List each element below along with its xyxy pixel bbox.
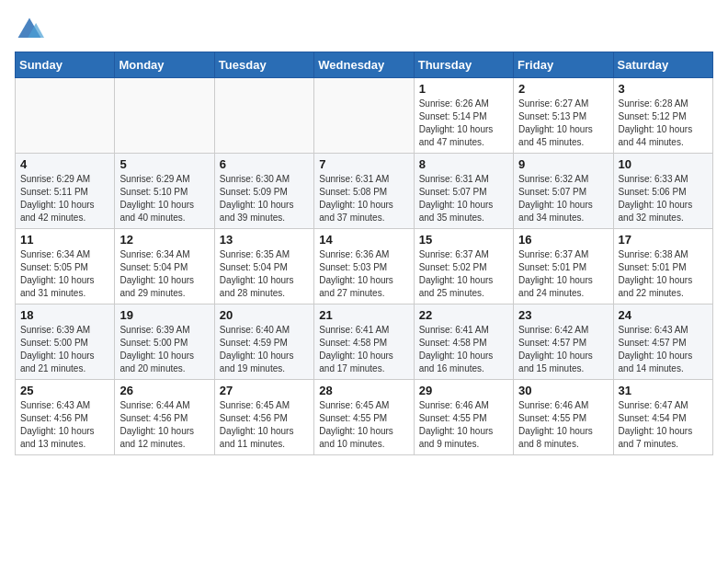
calendar-cell (314, 78, 414, 154)
day-number: 22 (419, 308, 508, 322)
calendar-cell: 12Sunrise: 6:34 AM Sunset: 5:04 PM Dayli… (115, 229, 214, 304)
day-info: Sunrise: 6:43 AM Sunset: 4:56 PM Dayligh… (20, 399, 109, 451)
day-info: Sunrise: 6:38 AM Sunset: 5:01 PM Dayligh… (619, 248, 708, 300)
calendar-cell: 13Sunrise: 6:35 AM Sunset: 5:04 PM Dayli… (214, 229, 313, 304)
day-info: Sunrise: 6:45 AM Sunset: 4:55 PM Dayligh… (319, 399, 408, 451)
day-info: Sunrise: 6:43 AM Sunset: 4:57 PM Dayligh… (619, 324, 708, 375)
day-info: Sunrise: 6:47 AM Sunset: 4:54 PM Dayligh… (619, 399, 708, 451)
calendar-week-row: 4Sunrise: 6:29 AM Sunset: 5:11 PM Daylig… (16, 154, 713, 229)
day-info: Sunrise: 6:34 AM Sunset: 5:04 PM Dayligh… (119, 248, 209, 300)
calendar-cell: 27Sunrise: 6:45 AM Sunset: 4:56 PM Dayli… (214, 380, 313, 455)
day-number: 31 (619, 384, 708, 397)
day-info: Sunrise: 6:46 AM Sunset: 4:55 PM Dayligh… (518, 399, 608, 451)
day-number: 30 (518, 384, 608, 397)
calendar-cell (16, 78, 115, 154)
page-header (15, 15, 713, 44)
day-number: 16 (518, 233, 608, 247)
day-number: 11 (20, 233, 109, 247)
calendar-cell: 8Sunrise: 6:31 AM Sunset: 5:07 PM Daylig… (414, 154, 513, 229)
calendar-cell: 19Sunrise: 6:39 AM Sunset: 5:00 PM Dayli… (115, 304, 214, 380)
day-number: 18 (20, 308, 109, 322)
day-number: 25 (20, 384, 109, 397)
day-number: 29 (419, 384, 508, 397)
day-number: 4 (20, 157, 109, 171)
day-number: 2 (518, 82, 608, 96)
calendar-cell: 26Sunrise: 6:44 AM Sunset: 4:56 PM Dayli… (115, 380, 214, 455)
day-info: Sunrise: 6:42 AM Sunset: 4:57 PM Dayligh… (518, 324, 608, 375)
calendar-cell: 9Sunrise: 6:32 AM Sunset: 5:07 PM Daylig… (514, 154, 613, 229)
day-number: 10 (619, 157, 708, 171)
day-number: 3 (619, 82, 708, 96)
calendar-cell: 4Sunrise: 6:29 AM Sunset: 5:11 PM Daylig… (16, 154, 115, 229)
day-number: 23 (518, 308, 608, 322)
calendar-week-row: 1Sunrise: 6:26 AM Sunset: 5:14 PM Daylig… (16, 78, 713, 154)
day-info: Sunrise: 6:27 AM Sunset: 5:13 PM Dayligh… (518, 98, 608, 149)
calendar-cell (115, 78, 214, 154)
day-number: 12 (119, 233, 209, 247)
calendar-cell: 18Sunrise: 6:39 AM Sunset: 5:00 PM Dayli… (16, 304, 115, 380)
calendar-cell: 6Sunrise: 6:30 AM Sunset: 5:09 PM Daylig… (214, 154, 313, 229)
calendar-cell: 7Sunrise: 6:31 AM Sunset: 5:08 PM Daylig… (314, 154, 414, 229)
calendar-cell: 15Sunrise: 6:37 AM Sunset: 5:02 PM Dayli… (414, 229, 513, 304)
day-info: Sunrise: 6:36 AM Sunset: 5:03 PM Dayligh… (319, 248, 408, 300)
day-info: Sunrise: 6:39 AM Sunset: 5:00 PM Dayligh… (20, 324, 109, 375)
weekday-header-monday: Monday (115, 52, 214, 78)
day-number: 20 (220, 308, 309, 322)
calendar-table: SundayMondayTuesdayWednesdayThursdayFrid… (15, 52, 713, 455)
day-info: Sunrise: 6:26 AM Sunset: 5:14 PM Dayligh… (419, 98, 508, 149)
calendar-cell: 29Sunrise: 6:46 AM Sunset: 4:55 PM Dayli… (414, 380, 513, 455)
calendar-cell (214, 78, 313, 154)
weekday-header-sunday: Sunday (16, 52, 115, 78)
calendar-cell: 14Sunrise: 6:36 AM Sunset: 5:03 PM Dayli… (314, 229, 414, 304)
calendar-cell: 28Sunrise: 6:45 AM Sunset: 4:55 PM Dayli… (314, 380, 414, 455)
calendar-cell: 16Sunrise: 6:37 AM Sunset: 5:01 PM Dayli… (514, 229, 613, 304)
calendar-cell: 25Sunrise: 6:43 AM Sunset: 4:56 PM Dayli… (16, 380, 115, 455)
day-number: 26 (119, 384, 209, 397)
weekday-header-tuesday: Tuesday (214, 52, 313, 78)
calendar-cell: 20Sunrise: 6:40 AM Sunset: 4:59 PM Dayli… (214, 304, 313, 380)
weekday-header-saturday: Saturday (613, 52, 712, 78)
calendar-cell: 2Sunrise: 6:27 AM Sunset: 5:13 PM Daylig… (514, 78, 613, 154)
day-info: Sunrise: 6:45 AM Sunset: 4:56 PM Dayligh… (220, 399, 309, 451)
weekday-header-thursday: Thursday (414, 52, 513, 78)
day-info: Sunrise: 6:31 AM Sunset: 5:08 PM Dayligh… (319, 173, 408, 224)
day-number: 17 (619, 233, 708, 247)
weekday-header-wednesday: Wednesday (314, 52, 414, 78)
day-number: 7 (319, 157, 408, 171)
day-info: Sunrise: 6:29 AM Sunset: 5:11 PM Dayligh… (20, 173, 109, 224)
logo-icon (15, 15, 44, 44)
day-info: Sunrise: 6:33 AM Sunset: 5:06 PM Dayligh… (619, 173, 708, 224)
day-info: Sunrise: 6:37 AM Sunset: 5:02 PM Dayligh… (419, 248, 508, 300)
day-number: 8 (419, 157, 508, 171)
day-number: 15 (419, 233, 508, 247)
day-info: Sunrise: 6:31 AM Sunset: 5:07 PM Dayligh… (419, 173, 508, 224)
day-info: Sunrise: 6:30 AM Sunset: 5:09 PM Dayligh… (220, 173, 309, 224)
day-info: Sunrise: 6:39 AM Sunset: 5:00 PM Dayligh… (119, 324, 209, 375)
calendar-cell: 22Sunrise: 6:41 AM Sunset: 4:58 PM Dayli… (414, 304, 513, 380)
calendar-cell: 24Sunrise: 6:43 AM Sunset: 4:57 PM Dayli… (613, 304, 712, 380)
calendar-cell: 31Sunrise: 6:47 AM Sunset: 4:54 PM Dayli… (613, 380, 712, 455)
day-info: Sunrise: 6:34 AM Sunset: 5:05 PM Dayligh… (20, 248, 109, 300)
day-info: Sunrise: 6:28 AM Sunset: 5:12 PM Dayligh… (619, 98, 708, 149)
calendar-week-row: 11Sunrise: 6:34 AM Sunset: 5:05 PM Dayli… (16, 229, 713, 304)
day-number: 5 (119, 157, 209, 171)
day-number: 21 (319, 308, 408, 322)
day-info: Sunrise: 6:44 AM Sunset: 4:56 PM Dayligh… (119, 399, 209, 451)
calendar-cell: 1Sunrise: 6:26 AM Sunset: 5:14 PM Daylig… (414, 78, 513, 154)
calendar-cell: 10Sunrise: 6:33 AM Sunset: 5:06 PM Dayli… (613, 154, 712, 229)
day-number: 24 (619, 308, 708, 322)
day-info: Sunrise: 6:41 AM Sunset: 4:58 PM Dayligh… (419, 324, 508, 375)
day-number: 6 (220, 157, 309, 171)
day-number: 14 (319, 233, 408, 247)
calendar-cell: 11Sunrise: 6:34 AM Sunset: 5:05 PM Dayli… (16, 229, 115, 304)
day-info: Sunrise: 6:46 AM Sunset: 4:55 PM Dayligh… (419, 399, 508, 451)
logo (15, 15, 48, 44)
day-info: Sunrise: 6:37 AM Sunset: 5:01 PM Dayligh… (518, 248, 608, 300)
day-number: 19 (119, 308, 209, 322)
day-info: Sunrise: 6:29 AM Sunset: 5:10 PM Dayligh… (119, 173, 209, 224)
calendar-cell: 21Sunrise: 6:41 AM Sunset: 4:58 PM Dayli… (314, 304, 414, 380)
day-number: 28 (319, 384, 408, 397)
day-info: Sunrise: 6:40 AM Sunset: 4:59 PM Dayligh… (220, 324, 309, 375)
calendar-header-row: SundayMondayTuesdayWednesdayThursdayFrid… (16, 52, 713, 78)
weekday-header-friday: Friday (514, 52, 613, 78)
